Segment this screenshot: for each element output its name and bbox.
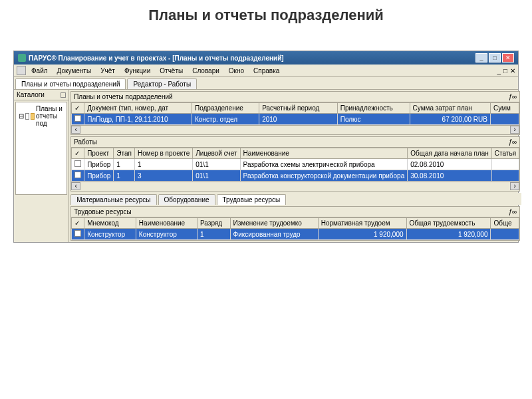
scroll-left-icon[interactable]: ‹: [71, 182, 80, 190]
row-checkbox[interactable]: [74, 160, 81, 167]
resource-tabs: Материальные ресурсы Оборудование Трудов…: [69, 193, 521, 205]
tree-checkbox[interactable]: [25, 113, 29, 120]
mdi-close-icon[interactable]: ✕: [510, 67, 515, 74]
hscroll[interactable]: ‹›: [71, 182, 519, 191]
menu-dictionaries[interactable]: Словари: [188, 66, 223, 75]
cell: 1: [114, 159, 135, 170]
cell: Полюс: [337, 114, 410, 125]
app-logo-icon: [18, 54, 26, 62]
cell: Прибор: [84, 170, 114, 182]
cell: 2010: [259, 114, 338, 125]
col-start[interactable]: Общая дата начала план: [408, 148, 492, 159]
menu-window[interactable]: Окно: [225, 66, 248, 75]
cell: [491, 159, 519, 170]
tree-expand-icon[interactable]: ⊟: [19, 112, 24, 120]
plans-panel: Планы и отчеты подразделений ƒ∞ ✓ Докуме…: [70, 91, 520, 135]
folder-icon: [31, 113, 35, 120]
menu-file[interactable]: Файл: [27, 66, 52, 75]
table-row[interactable]: Конструктор Конструктор 1 Фиксированная …: [72, 229, 519, 240]
cell: 1 920,000: [318, 229, 406, 240]
mdi-min-icon[interactable]: _: [497, 67, 501, 74]
col-account[interactable]: Лицевой счет: [193, 148, 240, 159]
col-period[interactable]: Расчетный период: [259, 103, 338, 114]
col-total[interactable]: Общая трудоемкость: [406, 218, 491, 229]
col-project[interactable]: Проект: [84, 148, 114, 159]
titlebar: ПАРУС® Планирование и учет в проектах - …: [14, 51, 518, 65]
menu-help[interactable]: Справка: [249, 66, 283, 75]
app-window: ПАРУС® Планирование и учет в проектах - …: [13, 51, 519, 243]
works-panel-title: Работы: [74, 138, 508, 146]
scroll-left-icon[interactable]: ‹: [71, 126, 80, 134]
fx-icon[interactable]: ƒ∞: [508, 93, 517, 100]
window-title: ПАРУС® Планирование и учет в проектах - …: [29, 55, 473, 62]
cell: Фиксированная трудо: [230, 229, 318, 240]
col-num[interactable]: Номер в проекте: [134, 148, 192, 159]
cell: Конструктор: [84, 229, 136, 240]
col-change[interactable]: Изменение трудоемко: [230, 218, 318, 229]
tree-root[interactable]: ⊟ Планы и отчеты под: [19, 105, 64, 127]
cell: 01\1: [193, 170, 240, 182]
close-button[interactable]: ✕: [502, 53, 514, 63]
hscroll[interactable]: ‹›: [71, 125, 519, 134]
fx-icon[interactable]: ƒ∞: [508, 208, 517, 215]
table-row[interactable]: ПлПодр, ПП-1, 29.11.2010 Констр. отдел 2…: [72, 114, 519, 125]
cell: [491, 170, 519, 182]
menu-accounting[interactable]: Учёт: [96, 66, 119, 75]
table-row[interactable]: Прибор 1 1 01\1 Разработка схемы электри…: [72, 159, 519, 170]
mdi-max-icon[interactable]: □: [503, 67, 507, 74]
maximize-button[interactable]: □: [489, 53, 501, 63]
cell: 30.08.2010: [408, 170, 492, 182]
cell: Конструктор: [136, 229, 197, 240]
catalog-tree[interactable]: ⊟ Планы и отчеты под: [15, 102, 67, 195]
table-row[interactable]: Прибор 1 3 01\1 Разработка конструкторск…: [72, 170, 519, 182]
fx-icon[interactable]: ƒ∞: [508, 138, 517, 146]
cell: ПлПодр, ПП-1, 29.11.2010: [84, 114, 192, 125]
col-subdivision[interactable]: Подразделение: [192, 103, 259, 114]
col-document[interactable]: Документ (тип, номер, дат: [84, 103, 192, 114]
minimize-button[interactable]: _: [475, 53, 487, 63]
menu-reports[interactable]: Отчёты: [156, 66, 187, 75]
sidebar-title: Каталоги: [17, 91, 45, 98]
col-name[interactable]: Наименование: [136, 218, 197, 229]
menu-functions[interactable]: Функции: [120, 66, 154, 75]
col-check[interactable]: ✓: [72, 148, 84, 159]
labor-panel: Трудовые ресурсы ƒ∞ ✓ Мнемокод Наименова…: [70, 206, 520, 241]
col-check[interactable]: ✓: [72, 218, 84, 229]
col-ownership[interactable]: Принадлежность: [337, 103, 410, 114]
row-checkbox[interactable]: [74, 115, 81, 122]
row-checkbox[interactable]: [74, 172, 81, 178]
cell: [490, 114, 519, 125]
col-stage[interactable]: Этап: [114, 148, 135, 159]
col-cost-plan[interactable]: Сумма затрат план: [410, 103, 490, 114]
col-norm[interactable]: Нормативная трудоем: [318, 218, 406, 229]
labor-grid[interactable]: ✓ Мнемокод Наименование Разряд Изменение…: [71, 217, 519, 240]
cell: Разработка схемы электрической прибора: [240, 159, 408, 170]
page-title: Планы и отчеты подразделений: [0, 0, 532, 44]
sidebar-toggle-icon[interactable]: [61, 92, 66, 98]
cell: 1: [134, 159, 192, 170]
tab-materials[interactable]: Материальные ресурсы: [70, 194, 156, 205]
main-area: Планы и отчеты подразделений ƒ∞ ✓ Докуме…: [69, 90, 521, 242]
row-checkbox[interactable]: [74, 230, 81, 237]
main-tabs: Планы и отчеты подразделений Редактор - …: [14, 77, 518, 90]
tab-labor[interactable]: Трудовые ресурсы: [217, 194, 287, 205]
tab-plans[interactable]: Планы и отчеты подразделений: [15, 78, 126, 89]
col-name[interactable]: Наименование: [240, 148, 408, 159]
cell: Прибор: [84, 159, 114, 170]
plans-grid[interactable]: ✓ Документ (тип, номер, дат Подразделени…: [71, 102, 519, 125]
col-total2[interactable]: Обще: [491, 218, 519, 229]
tab-editor[interactable]: Редактор - Работы: [127, 78, 197, 89]
scroll-right-icon[interactable]: ›: [510, 182, 519, 190]
tree-root-label: Планы и отчеты под: [36, 105, 64, 127]
cell: Констр. отдел: [192, 114, 259, 125]
tab-equipment[interactable]: Оборудование: [158, 194, 215, 205]
col-mnemo[interactable]: Мнемокод: [84, 218, 136, 229]
cell: Разработка конструкторской документации …: [240, 170, 408, 182]
col-grade[interactable]: Разряд: [198, 218, 231, 229]
works-grid[interactable]: ✓ Проект Этап Номер в проекте Лицевой сч…: [71, 148, 519, 182]
menu-documents[interactable]: Документы: [53, 66, 96, 75]
col-check[interactable]: ✓: [72, 103, 84, 114]
scroll-right-icon[interactable]: ›: [510, 126, 519, 134]
col-article[interactable]: Статья: [491, 148, 519, 159]
col-sum[interactable]: Сумм: [490, 103, 519, 114]
